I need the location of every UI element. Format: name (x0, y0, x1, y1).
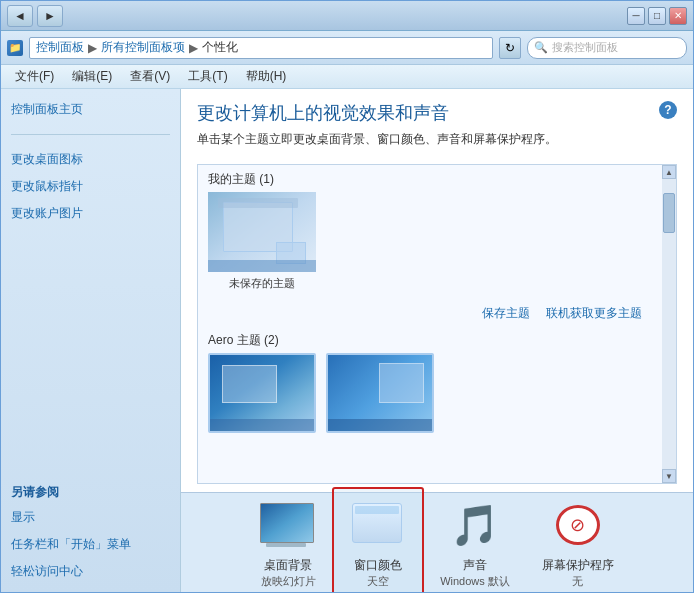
forward-button[interactable]: ► (37, 5, 63, 27)
search-bar[interactable]: 🔍 搜索控制面板 (527, 37, 687, 59)
theme-item-unsaved[interactable]: 未保存的主题 (208, 192, 316, 291)
breadcrumb-arrow1: ▶ (88, 41, 97, 55)
toolbar-wallpaper-sublabel: 放映幻灯片 (261, 574, 316, 589)
theme-preview-aero1 (208, 353, 316, 433)
main-window: ◄ ► ─ □ ✕ 📁 控制面板 ▶ 所有控制面板项 ▶ 个性化 ↻ 🔍 搜索控… (0, 0, 694, 593)
aero2-taskbar (328, 419, 432, 431)
breadcrumb-arrow2: ▶ (189, 41, 198, 55)
minimize-button[interactable]: ─ (627, 7, 645, 25)
wincolor-icon (352, 503, 404, 547)
my-themes-label: 我的主题 (1) (198, 165, 662, 192)
menu-view[interactable]: 查看(V) (122, 66, 178, 87)
sound-icon: 🎵 (450, 505, 500, 545)
aero2-window (379, 363, 424, 403)
aero-themes-grid (198, 353, 662, 443)
breadcrumb-part3: 个性化 (202, 39, 238, 56)
toolbar-wincolor-label: 窗口颜色 (354, 557, 402, 574)
screensaver-icon-container: ⊘ (550, 497, 606, 553)
theme-taskbar (208, 260, 316, 272)
breadcrumb-bar: 控制面板 ▶ 所有控制面板项 ▶ 个性化 (29, 37, 493, 59)
theme-item-aero2[interactable] (326, 353, 434, 433)
screensaver-icon: ⊘ (553, 503, 603, 547)
themes-scroll-area[interactable]: 我的主题 (1) 未保存的主题 (198, 165, 662, 483)
content-description: 单击某个主题立即更改桌面背景、窗口颜色、声音和屏幕保护程序。 (197, 131, 677, 148)
toolbar-item-sound[interactable]: 🎵 声音 Windows 默认 (424, 489, 526, 593)
main-area: 控制面板主页 更改桌面图标 更改鼠标指针 更改账户图片 另请参阅 显示 任务栏和… (1, 89, 693, 592)
close-button[interactable]: ✕ (669, 7, 687, 25)
toolbar-item-screensaver[interactable]: ⊘ 屏幕保护程序 无 (526, 489, 630, 593)
scrollbar[interactable]: ▲ ▼ (662, 165, 676, 483)
toolbar-sound-label: 声音 (463, 557, 487, 574)
sound-icon-container: 🎵 (447, 497, 503, 553)
toolbar-item-wincolor[interactable]: 窗口颜色 天空 (332, 487, 424, 593)
menu-tools[interactable]: 工具(T) (180, 66, 235, 87)
scroll-thumb[interactable] (663, 193, 675, 233)
aero-themes-label: Aero 主题 (2) (198, 326, 662, 353)
scroll-down-button[interactable]: ▼ (662, 469, 676, 483)
aero1-window (222, 365, 277, 403)
title-bar: ◄ ► ─ □ ✕ (1, 1, 693, 31)
theme-preview-aero2 (326, 353, 434, 433)
menu-file[interactable]: 文件(F) (7, 66, 62, 87)
menu-bar: 文件(F) 编辑(E) 查看(V) 工具(T) 帮助(H) (1, 65, 693, 89)
sidebar-link-home[interactable]: 控制面板主页 (11, 99, 170, 120)
wincolor-icon-container (350, 497, 406, 553)
toolbar-sound-sublabel: Windows 默认 (440, 574, 510, 589)
theme-label-unsaved: 未保存的主题 (229, 276, 295, 291)
sidebar-link-desktop-icons[interactable]: 更改桌面图标 (11, 149, 170, 170)
breadcrumb-part1[interactable]: 控制面板 (36, 39, 84, 56)
scroll-track (662, 179, 676, 469)
sidebar-link-mouse[interactable]: 更改鼠标指针 (11, 176, 170, 197)
toolbar-wincolor-sublabel: 天空 (367, 574, 389, 589)
wallpaper-bar (266, 543, 306, 547)
themes-container: 我的主题 (1) 未保存的主题 (197, 164, 677, 484)
wallpaper-bg (260, 503, 314, 543)
folder-icon: 📁 (7, 40, 23, 56)
search-placeholder: 搜索控制面板 (552, 40, 618, 55)
content-title: 更改计算机上的视觉效果和声音 (197, 101, 677, 125)
theme-deco-bar (218, 198, 298, 208)
theme-preview-unsaved (208, 192, 316, 272)
toolbar-wallpaper-label: 桌面背景 (264, 557, 312, 574)
sidebar-link-account-pic[interactable]: 更改账户图片 (11, 203, 170, 224)
screensaver-slash: ⊘ (570, 514, 585, 536)
bottom-toolbar: 桌面背景 放映幻灯片 窗口颜色 天空 (181, 492, 693, 592)
wallpaper-icon-container (260, 497, 316, 553)
sidebar-link-display[interactable]: 显示 (11, 507, 170, 528)
sidebar: 控制面板主页 更改桌面图标 更改鼠标指针 更改账户图片 另请参阅 显示 任务栏和… (1, 89, 181, 592)
address-bar: 📁 控制面板 ▶ 所有控制面板项 ▶ 个性化 ↻ 🔍 搜索控制面板 (1, 31, 693, 65)
menu-edit[interactable]: 编辑(E) (64, 66, 120, 87)
title-bar-left: ◄ ► (7, 5, 63, 27)
help-button[interactable]: ? (659, 101, 677, 119)
my-themes-grid: 未保存的主题 (198, 192, 662, 301)
window-controls: ─ □ ✕ (627, 7, 687, 25)
toolbar-item-wallpaper[interactable]: 桌面背景 放映幻灯片 (244, 489, 332, 593)
wallpaper-icon (260, 503, 316, 547)
scroll-up-button[interactable]: ▲ (662, 165, 676, 179)
screensaver-circle: ⊘ (556, 505, 600, 545)
maximize-button[interactable]: □ (648, 7, 666, 25)
sidebar-link-taskbar[interactable]: 任务栏和「开始」菜单 (11, 534, 170, 555)
menu-help[interactable]: 帮助(H) (238, 66, 295, 87)
save-theme-link[interactable]: 保存主题 (482, 305, 530, 322)
content-header: 更改计算机上的视觉效果和声音 单击某个主题立即更改桌面背景、窗口颜色、声音和屏幕… (181, 89, 693, 164)
sidebar-also-section: 另请参阅 (11, 484, 170, 501)
toolbar-screensaver-sublabel: 无 (572, 574, 583, 589)
search-icon: 🔍 (534, 41, 548, 54)
sidebar-link-accessibility[interactable]: 轻松访问中心 (11, 561, 170, 582)
theme-item-aero1[interactable] (208, 353, 316, 433)
back-button[interactable]: ◄ (7, 5, 33, 27)
toolbar-screensaver-label: 屏幕保护程序 (542, 557, 614, 574)
more-themes-link[interactable]: 联机获取更多主题 (546, 305, 642, 322)
wincolor-titlebar (355, 506, 399, 514)
themes-action-row: 保存主题 联机获取更多主题 (198, 301, 662, 326)
sidebar-divider (11, 134, 170, 135)
aero1-taskbar (210, 419, 314, 431)
content-panel: 更改计算机上的视觉效果和声音 单击某个主题立即更改桌面背景、窗口颜色、声音和屏幕… (181, 89, 693, 592)
refresh-button[interactable]: ↻ (499, 37, 521, 59)
breadcrumb-part2[interactable]: 所有控制面板项 (101, 39, 185, 56)
